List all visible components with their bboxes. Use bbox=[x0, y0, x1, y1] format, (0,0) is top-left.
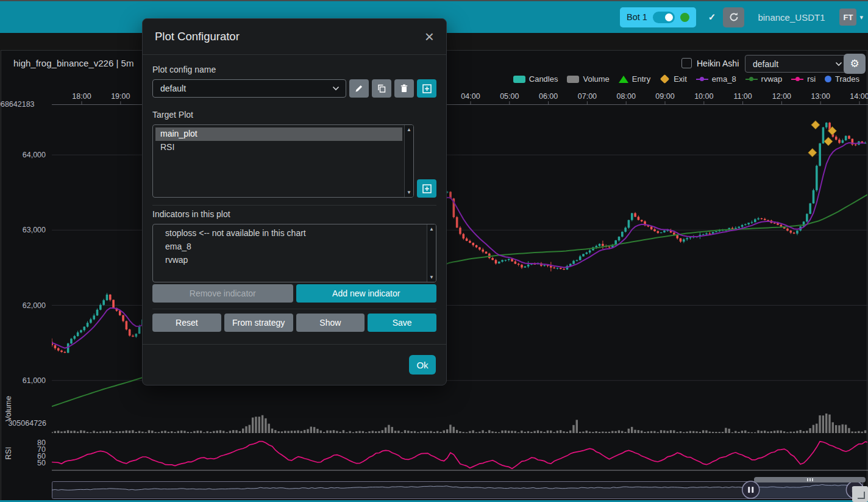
exit-swatch-icon bbox=[660, 74, 670, 84]
scroll-down-icon[interactable]: ▼ bbox=[427, 274, 436, 280]
config-name-label: Plot config name bbox=[152, 65, 436, 74]
freqtrade-app: 64,00063,00062,00061,00018:0019:0020:002… bbox=[0, 0, 868, 502]
price-tick-label: 63,000 bbox=[23, 226, 46, 234]
time-tick-label: 12:00 bbox=[772, 92, 791, 101]
close-icon[interactable]: × bbox=[425, 30, 434, 43]
legend-label: Trades bbox=[835, 74, 859, 84]
gear-icon: ⚙ bbox=[850, 59, 859, 69]
legend-label: rvwap bbox=[761, 74, 783, 84]
trash-icon bbox=[400, 84, 408, 93]
chevron-down-icon bbox=[332, 86, 340, 91]
reset-button[interactable]: Reset bbox=[152, 314, 221, 332]
time-tick-label: 06:00 bbox=[539, 92, 558, 101]
resize-corner-icon bbox=[858, 492, 865, 499]
modal-footer: Ok bbox=[143, 344, 446, 385]
rsi-swatch-icon bbox=[791, 79, 803, 80]
time-tick-label: 19:00 bbox=[111, 92, 130, 101]
list-option[interactable]: ema_8 bbox=[160, 240, 425, 254]
chevron-down-icon bbox=[835, 62, 842, 66]
plot-configurator-modal: Plot Configurator × Plot config name def… bbox=[142, 18, 447, 385]
legend-label: ema_8 bbox=[712, 74, 736, 84]
time-tick-label: 05:00 bbox=[500, 92, 519, 101]
rsi-pane-label: RSI bbox=[4, 435, 13, 472]
copy-icon bbox=[377, 84, 386, 93]
bot-selector-pill[interactable]: Bot 1 bbox=[620, 7, 696, 27]
rvwap-swatch-icon bbox=[745, 79, 758, 80]
caret-down-icon[interactable]: ▾ bbox=[859, 13, 863, 21]
save-button[interactable]: Save bbox=[368, 314, 436, 332]
account-name[interactable]: binance_USDT1 bbox=[758, 12, 825, 23]
delete-config-button[interactable] bbox=[394, 79, 414, 98]
add-config-button[interactable] bbox=[417, 79, 436, 98]
legend-item-rvwap[interactable]: rvwap bbox=[745, 74, 783, 84]
check-icon: ✓ bbox=[708, 12, 716, 23]
listbox-scrollbar[interactable]: ▲▼ bbox=[427, 224, 436, 282]
scroll-down-icon[interactable]: ▼ bbox=[405, 190, 413, 195]
legend-label: Exit bbox=[674, 74, 687, 84]
scroll-up-icon[interactable]: ▲ bbox=[405, 127, 413, 132]
ft-avatar[interactable]: FT bbox=[839, 9, 856, 26]
legend-item-ema_8[interactable]: ema_8 bbox=[696, 74, 736, 84]
time-tick-label: 08:00 bbox=[617, 92, 636, 101]
time-tick-label: 18:00 bbox=[72, 92, 91, 101]
time-tick-label: 13:00 bbox=[811, 92, 830, 101]
navigator-selection[interactable] bbox=[751, 482, 855, 498]
target-plot-listbox[interactable]: main_plotRSI ▲▼ bbox=[152, 124, 414, 198]
chart-title: high_frog_binance_v226 | 5m bbox=[13, 58, 133, 68]
plot-config-select[interactable]: default bbox=[745, 55, 849, 73]
horizontal-scrollbar[interactable] bbox=[754, 477, 866, 482]
refresh-button[interactable] bbox=[723, 7, 744, 27]
from-strategy-button[interactable]: From strategy bbox=[224, 314, 293, 332]
modal-title: Plot Configurator bbox=[155, 30, 240, 43]
main-pane-top-axis-label: 068642183 bbox=[0, 100, 35, 109]
list-option[interactable]: rvwap bbox=[160, 254, 425, 267]
show-button[interactable]: Show bbox=[296, 314, 365, 332]
navigator-handle-left[interactable] bbox=[742, 481, 760, 498]
add-target-plot-button[interactable] bbox=[417, 179, 436, 198]
config-name-select[interactable]: default bbox=[152, 79, 346, 98]
time-tick-label: 07:00 bbox=[578, 92, 597, 101]
toggle-knob bbox=[665, 13, 673, 21]
rsi-tick-label: 50 bbox=[37, 459, 46, 467]
datazoom-navigator[interactable] bbox=[52, 481, 863, 499]
heikin-ashi-checkbox[interactable] bbox=[681, 58, 692, 68]
ok-button[interactable]: Ok bbox=[409, 355, 436, 375]
remove-indicator-button[interactable]: Remove indicator bbox=[152, 284, 293, 303]
price-tick-label: 62,000 bbox=[23, 301, 46, 310]
time-tick-label: 14:00 bbox=[850, 92, 868, 101]
legend-item-Candles[interactable]: Candles bbox=[513, 74, 558, 84]
time-tick-label: 11:00 bbox=[733, 92, 752, 101]
rename-config-button[interactable] bbox=[349, 79, 369, 98]
plus-square-icon bbox=[422, 184, 432, 193]
list-option[interactable]: stoploss <-- not available in this chart bbox=[160, 227, 425, 240]
scroll-up-icon[interactable]: ▲ bbox=[427, 226, 436, 232]
duplicate-config-button[interactable] bbox=[372, 79, 391, 98]
legend-item-Entry[interactable]: Entry bbox=[619, 74, 650, 84]
plot-configurator-gear-button[interactable]: ⚙ bbox=[844, 54, 866, 74]
bot-online-dot bbox=[680, 13, 689, 22]
bot-toggle[interactable] bbox=[653, 12, 675, 23]
price-tick-label: 64,000 bbox=[23, 151, 46, 159]
pencil-icon bbox=[355, 84, 363, 93]
heikin-ashi-label: Heikin Ashi bbox=[697, 59, 739, 68]
list-option[interactable]: main_plot bbox=[155, 127, 402, 141]
list-option[interactable]: RSI bbox=[155, 141, 402, 154]
ema_8-swatch-icon bbox=[696, 79, 708, 80]
legend-item-Exit[interactable]: Exit bbox=[660, 74, 687, 84]
indicators-listbox[interactable]: stoploss <-- not available in this chart… bbox=[152, 224, 436, 282]
legend-item-rsi[interactable]: rsi bbox=[791, 74, 816, 84]
legend-label: Candles bbox=[529, 74, 558, 84]
trades-swatch-icon bbox=[825, 76, 831, 82]
legend-label: rsi bbox=[807, 74, 816, 84]
target-plot-options: main_plotRSI bbox=[153, 125, 413, 157]
legend-label: Volume bbox=[583, 74, 609, 84]
add-new-indicator-button[interactable]: Add new indicator bbox=[296, 284, 437, 303]
listbox-scrollbar[interactable]: ▲▼ bbox=[404, 125, 413, 197]
resize-handle[interactable] bbox=[852, 486, 868, 502]
candles-swatch-icon bbox=[513, 76, 525, 83]
legend-item-Trades[interactable]: Trades bbox=[825, 74, 859, 84]
bot-name: Bot 1 bbox=[627, 12, 647, 22]
refresh-icon bbox=[728, 12, 739, 23]
volume-swatch-icon bbox=[567, 76, 579, 83]
legend-item-Volume[interactable]: Volume bbox=[567, 74, 609, 84]
